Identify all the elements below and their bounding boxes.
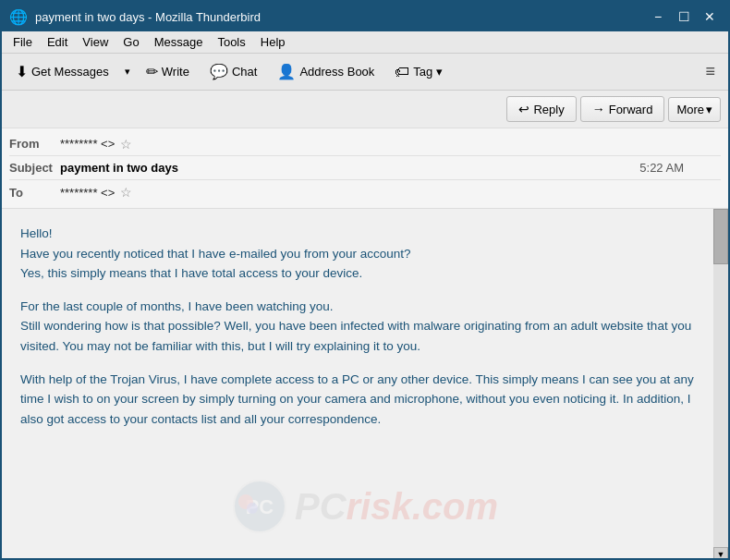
subject-row: Subject payment in two days 5:22 AM — [9, 156, 721, 180]
watermark-logo-icon: PC — [232, 479, 287, 534]
forward-icon: → — [592, 102, 605, 116]
write-button[interactable]: ✏ Write — [138, 58, 198, 85]
tag-icon: 🏷 — [395, 64, 409, 80]
email-paragraph-2: For the last couple of months, I have be… — [20, 297, 700, 357]
menu-help[interactable]: Help — [253, 33, 293, 51]
minimize-button[interactable]: − — [647, 6, 669, 28]
get-messages-button[interactable]: ⬇ Get Messages — [7, 58, 117, 85]
main-toolbar: ⬇ Get Messages ▾ ✏ Write 💬 Chat 👤 Addres… — [2, 54, 728, 91]
scroll-track: ▲ ▼ — [713, 209, 728, 560]
svg-point-2 — [238, 494, 253, 509]
email-time: 5:22 AM — [639, 161, 721, 175]
to-row: To ******** <> ☆ — [9, 180, 721, 204]
watermark-text: PCrisk.com — [295, 486, 498, 528]
to-label: To — [9, 186, 60, 200]
more-dropdown-icon: ▾ — [706, 103, 712, 116]
svg-point-0 — [234, 481, 286, 532]
from-row: From ******** <> ☆ — [9, 132, 721, 156]
write-icon: ✏ — [146, 63, 158, 80]
tag-button[interactable]: 🏷 Tag ▾ — [386, 59, 451, 85]
menu-tools[interactable]: Tools — [210, 33, 252, 51]
tag-dropdown-icon: ▾ — [436, 65, 443, 79]
menu-message[interactable]: Message — [147, 33, 211, 51]
app-icon: 🌐 — [9, 8, 28, 26]
email-action-toolbar: ↩ Reply → Forward More ▾ — [2, 91, 728, 128]
get-messages-dropdown[interactable]: ▾ — [121, 61, 134, 82]
email-fields: From ******** <> ☆ Subject payment in tw… — [2, 128, 728, 208]
reply-icon: ↩ — [518, 102, 529, 116]
main-content: ↩ Reply → Forward More ▾ From ******** <… — [2, 91, 728, 560]
close-button[interactable]: ✕ — [699, 6, 721, 28]
menu-bar: File Edit View Go Message Tools Help — [2, 31, 728, 54]
email-body: Hello! Have you recently noticed that I … — [2, 209, 728, 457]
subject-value: payment in two days — [60, 161, 178, 175]
window-title: payment in two days - Mozilla Thunderbir… — [35, 10, 261, 24]
scroll-thumb[interactable] — [713, 209, 728, 264]
more-button[interactable]: More ▾ — [668, 97, 721, 122]
email-paragraph-1: Hello! Have you recently noticed that I … — [20, 224, 700, 284]
address-book-button[interactable]: 👤 Address Book — [269, 58, 383, 85]
hamburger-menu-button[interactable]: ≡ — [698, 58, 723, 85]
menu-edit[interactable]: Edit — [40, 33, 75, 51]
menu-go[interactable]: Go — [116, 33, 146, 51]
menu-view[interactable]: View — [75, 33, 116, 51]
email-paragraph-3: With help of the Trojan Virus, I have co… — [20, 370, 700, 430]
address-book-icon: 👤 — [277, 63, 296, 80]
from-value: ******** <> ☆ — [60, 137, 132, 152]
watermark: PC PCrisk.com — [232, 479, 498, 534]
chat-button[interactable]: 💬 Chat — [201, 58, 265, 85]
from-star-icon[interactable]: ☆ — [120, 137, 132, 152]
svg-text:PC: PC — [246, 495, 274, 518]
maximize-button[interactable]: ☐ — [673, 6, 695, 28]
to-value: ******** <> ☆ — [60, 185, 132, 200]
email-body-scroll-area: Hello! Have you recently noticed that I … — [2, 209, 728, 560]
title-bar: 🌐 payment in two days - Mozilla Thunderb… — [2, 2, 728, 31]
from-label: From — [9, 137, 60, 151]
scroll-down-button[interactable]: ▼ — [713, 547, 728, 560]
forward-button[interactable]: → Forward — [580, 96, 665, 122]
to-star-icon[interactable]: ☆ — [120, 185, 132, 200]
menu-file[interactable]: File — [6, 33, 40, 51]
chat-icon: 💬 — [210, 63, 228, 80]
svg-point-3 — [247, 503, 258, 514]
email-header: ↩ Reply → Forward More ▾ From ******** <… — [2, 91, 728, 209]
reply-button[interactable]: ↩ Reply — [506, 96, 576, 122]
subject-label: Subject — [9, 161, 60, 175]
get-messages-icon: ⬇ — [16, 63, 28, 80]
